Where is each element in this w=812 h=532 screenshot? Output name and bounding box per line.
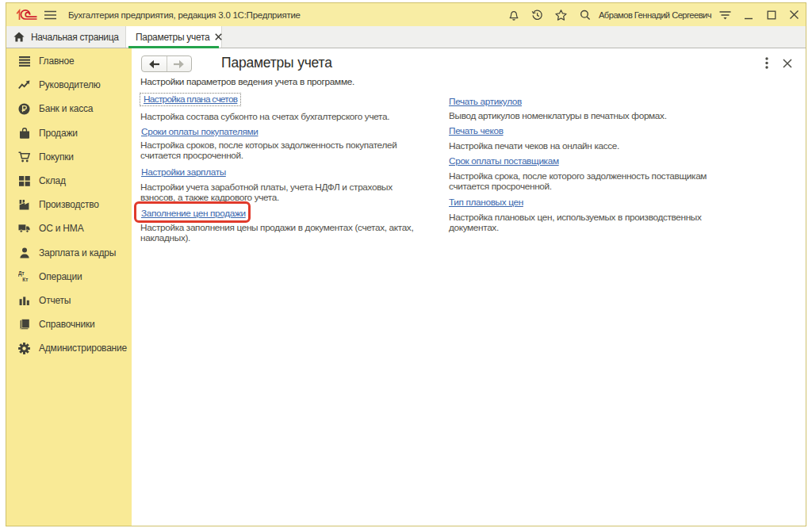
- 1c-logo-icon: [15, 9, 38, 21]
- link-nastroyka-plana-schetov[interactable]: Настройка плана счетов: [144, 94, 237, 104]
- sidebar-item-otchety[interactable]: Отчеты: [6, 289, 132, 312]
- cart-icon: [18, 151, 30, 163]
- tabbar: Начальная страница Параметры учета: [6, 26, 806, 48]
- maximize-button[interactable]: [760, 6, 783, 25]
- truck-icon: [18, 223, 30, 235]
- link-tip-planovyh-cen[interactable]: Тип плановых цен: [449, 197, 523, 207]
- page-subtitle: Настройки параметров ведения учета в про…: [140, 76, 354, 87]
- desc-sroki-oplaty-pokupatelyami: Настройка сроков, после которых задолжен…: [140, 140, 396, 161]
- favorites-star-icon[interactable]: [550, 6, 573, 25]
- bar-chart-icon: [18, 294, 30, 306]
- svg-text:Кт: Кт: [22, 277, 28, 282]
- desc-tip-planovyh-cen: Настройка плановых цен, используемых в п…: [449, 212, 702, 233]
- menu-lines-icon: [18, 55, 30, 67]
- book-icon: [18, 319, 30, 331]
- sidebar-item-operacii[interactable]: ДтКт Операции: [6, 265, 132, 289]
- minimize-button[interactable]: [737, 6, 760, 25]
- tab-home-label: Начальная страница: [31, 32, 119, 43]
- link-sroki-oplaty-pokupatelyami[interactable]: Сроки оплаты покупателями: [141, 127, 258, 136]
- home-icon: [13, 32, 25, 42]
- sidebar-item-spravochniki[interactable]: Справочники: [6, 312, 132, 336]
- back-button[interactable]: [142, 56, 167, 71]
- sidebar-item-administrirovanie[interactable]: Администрирование: [6, 336, 132, 360]
- history-icon[interactable]: [526, 6, 550, 25]
- gear-icon: [18, 343, 30, 354]
- sidebar-item-sklad[interactable]: Склад: [6, 169, 132, 193]
- tab-active-parameters[interactable]: Параметры учета: [125, 26, 222, 48]
- sidebar-item-os-i-nma[interactable]: ОС и НМА: [6, 216, 132, 240]
- close-page-icon[interactable]: [781, 57, 794, 69]
- navigation-buttons: [141, 55, 192, 72]
- sidebar-item-proizvodstvo[interactable]: Производство: [6, 193, 132, 216]
- titlebar: Бухгалтерия предприятия, редакция 3.0 1С…: [6, 3, 806, 26]
- desc-pechat-chekov: Настройка печати чеков на онлайн кассе.: [449, 141, 619, 151]
- tab-close-icon[interactable]: [215, 33, 222, 42]
- sidebar-item-bank-i-kassa[interactable]: Банк и касса: [6, 97, 132, 121]
- search-icon[interactable]: [573, 6, 597, 25]
- content-area: Параметры учета Настройки параметров вед…: [132, 48, 806, 526]
- current-user-name[interactable]: Абрамов Геннадий Сергеевич: [599, 10, 711, 20]
- sidebar-item-prodazhi[interactable]: Продажи: [6, 121, 132, 145]
- debit-credit-icon: ДтКт: [18, 270, 30, 282]
- person-icon: [18, 247, 30, 258]
- desc-pechat-artikulov: Вывод артикулов номенклатуры в печатных …: [449, 111, 667, 121]
- desc-srok-oplaty-postavshchikam: Настройка срока, после которого задолжен…: [449, 171, 707, 192]
- focused-link-box: Настройка плана счетов: [140, 93, 241, 106]
- link-pechat-chekov[interactable]: Печать чеков: [449, 126, 504, 136]
- sidebar-item-pokupki[interactable]: Покупки: [6, 145, 132, 169]
- trend-arrow-icon: [18, 79, 30, 91]
- ruble-coin-icon: [18, 103, 30, 115]
- page-title: Параметры учета: [221, 55, 332, 71]
- sidebar-item-rukovoditelyu[interactable]: Руководителю: [6, 73, 132, 97]
- titlebar-right-controls: Абрамов Геннадий Сергеевич: [502, 6, 806, 25]
- link-nastroyki-zarplaty[interactable]: Настройки зарплаты: [141, 167, 226, 177]
- sidebar-item-zarplata-i-kadry[interactable]: Зарплата и кадры: [6, 241, 132, 265]
- desc-nastroyki-zarplaty: Настройки учета заработной платы, учета …: [140, 182, 393, 203]
- sections-panel: Главное Руководителю Банк и касса Продаж…: [6, 48, 132, 526]
- tab-active-label: Параметры учета: [136, 32, 209, 43]
- window-title: Бухгалтерия предприятия, редакция 3.0 1С…: [68, 10, 301, 20]
- more-menu-icon[interactable]: [760, 56, 773, 70]
- forward-button[interactable]: [167, 56, 192, 71]
- tab-home-page[interactable]: Начальная страница: [6, 26, 125, 48]
- desc-nastroyka-plana-schetov: Настройка состава субконто на счетах бух…: [140, 112, 389, 122]
- window-body: Главное Руководителю Банк и касса Продаж…: [6, 48, 806, 526]
- sidebar-item-glavnoe[interactable]: Главное: [6, 49, 132, 73]
- link-pechat-artikulov[interactable]: Печать артикулов: [449, 97, 522, 106]
- desc-zapolnenie-cen-prodazhi: Настройка заполнения цены продажи в доку…: [140, 223, 413, 243]
- factory-icon: [18, 199, 30, 211]
- link-srok-oplaty-postavshchikam[interactable]: Срок оплаты поставщикам: [449, 156, 559, 166]
- notifications-bell-icon[interactable]: [502, 6, 526, 25]
- grid-boxes-icon: [18, 175, 30, 187]
- bag-icon: [18, 127, 30, 139]
- close-window-button[interactable]: [783, 6, 806, 25]
- link-zapolnenie-cen-prodazhi[interactable]: Заполнение цен продажи: [141, 209, 246, 218]
- main-menu-button[interactable]: [44, 9, 56, 21]
- app-window: Бухгалтерия предприятия, редакция 3.0 1С…: [6, 2, 806, 526]
- service-settings-icon[interactable]: [713, 6, 737, 25]
